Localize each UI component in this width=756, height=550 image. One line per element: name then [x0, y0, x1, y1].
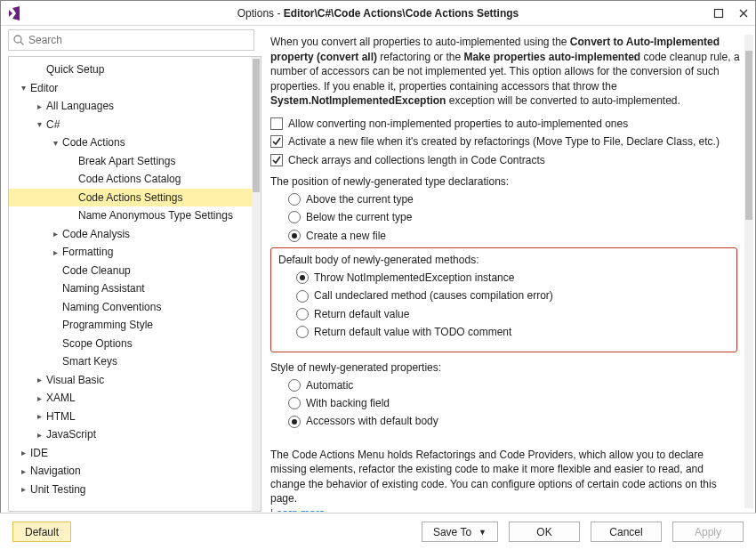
tree-item[interactable]: Code Cleanup	[9, 262, 252, 280]
tree-item[interactable]: ▸Code Analysis	[9, 225, 252, 244]
checkbox[interactable]	[270, 135, 283, 148]
group-label-typedecl: The position of newly-generated type dec…	[270, 175, 741, 188]
tree-item-label: Code Actions	[62, 136, 125, 149]
chevron-down-icon[interactable]: ▾	[18, 83, 28, 93]
save-to-button[interactable]: Save To▼	[422, 522, 498, 542]
tree-item[interactable]: ▾Code Actions	[9, 133, 252, 152]
tree-item-label: Navigation	[30, 465, 81, 477]
footer: Default Save To▼ OK Cancel Apply	[0, 513, 756, 550]
radio-label: Automatic	[306, 379, 353, 392]
tree-item[interactable]: ▾C#	[9, 116, 252, 134]
radio-label: Return default value with TODO comment	[314, 326, 511, 338]
tree-item-label: Code Cleanup	[62, 264, 131, 277]
restore-button[interactable]	[712, 7, 725, 20]
tree-item-label: IDE	[30, 447, 48, 459]
default-button[interactable]: Default	[12, 522, 71, 542]
checkbox[interactable]	[270, 117, 283, 130]
radio-row[interactable]: With backing field	[288, 397, 741, 409]
checkbox-label: Check arrays and collections length in C…	[288, 154, 545, 166]
tree-item[interactable]: ▸Visual Basic	[9, 371, 252, 390]
svg-line-2	[20, 42, 24, 45]
tree-item[interactable]: Smart Keys	[9, 352, 252, 371]
tree-item[interactable]: ▸All Languages	[9, 97, 252, 116]
tree-item-label: Smart Keys	[62, 355, 117, 368]
radio-row[interactable]: Accessors with default body	[288, 415, 741, 427]
tree-item[interactable]: Name Anonymous Type Settings	[9, 206, 252, 225]
radio-row[interactable]: Return default value	[296, 308, 729, 320]
tree-item[interactable]: Quick Setup	[9, 61, 252, 79]
chevron-right-icon[interactable]: ▸	[50, 229, 60, 239]
tree-item[interactable]: ▸Navigation	[9, 462, 252, 481]
tree-item[interactable]: ▸XAML	[9, 389, 252, 408]
tree-item-label: Programming Style	[62, 319, 153, 331]
chevron-right-icon[interactable]: ▸	[18, 484, 28, 494]
radio-label: Below the current type	[306, 211, 412, 223]
chevron-down-icon[interactable]: ▾	[50, 138, 60, 148]
tree-item-label: Visual Basic	[46, 374, 104, 386]
radio-button[interactable]	[288, 379, 301, 392]
chevron-right-icon[interactable]: ▸	[18, 466, 28, 476]
tree-item[interactable]: ▸Formatting	[9, 243, 252, 262]
search-input[interactable]	[28, 34, 253, 46]
tree-item[interactable]: ▾Editor	[9, 79, 252, 98]
checkbox-row[interactable]: Activate a new file when it's created by…	[270, 135, 741, 148]
radio-button[interactable]	[288, 416, 301, 428]
radio-button[interactable]	[296, 271, 309, 284]
tree-item[interactable]: Naming Conventions	[9, 298, 252, 317]
radio-button[interactable]	[288, 397, 301, 409]
radio-label: Create a new file	[306, 230, 386, 242]
tree-item[interactable]: ▸JavaScript	[9, 425, 252, 444]
chevron-right-icon[interactable]: ▸	[34, 101, 44, 111]
chevron-right-icon[interactable]: ▸	[18, 448, 28, 457]
chevron-right-icon[interactable]: ▸	[50, 247, 60, 257]
tree-item[interactable]: ▸Unit Testing	[9, 481, 252, 499]
learn-more-link[interactable]: Learn more	[270, 507, 325, 512]
svg-point-1	[14, 36, 21, 43]
tree-item[interactable]: Code Actions Catalog	[9, 170, 252, 189]
chevron-down-icon: ▼	[479, 528, 487, 537]
radio-row[interactable]: Below the current type	[288, 211, 741, 223]
radio-row[interactable]: Call undeclared method (causes compilati…	[296, 289, 729, 302]
chevron-right-icon[interactable]: ▸	[34, 375, 44, 384]
checkbox-row[interactable]: Allow converting non-implemented propert…	[270, 117, 741, 130]
cancel-button[interactable]: Cancel	[591, 522, 662, 542]
radio-button[interactable]	[288, 230, 301, 242]
ok-button[interactable]: OK	[509, 522, 580, 542]
tree-item-label: Unit Testing	[30, 483, 85, 496]
panel-scroll-thumb[interactable]	[745, 51, 752, 220]
checkbox-row[interactable]: Check arrays and collections length in C…	[270, 154, 741, 166]
radio-row[interactable]: Create a new file	[288, 230, 741, 242]
chevron-right-icon[interactable]: ▸	[34, 411, 44, 421]
radio-row[interactable]: Throw NotImplementedException instance	[296, 271, 729, 284]
nav-tree[interactable]: Quick Setup▾Editor▸All Languages▾C#▾Code…	[9, 57, 252, 511]
tree-item[interactable]: Break Apart Settings	[9, 152, 252, 171]
tree-item[interactable]: Naming Assistant	[9, 279, 252, 298]
apply-button[interactable]: Apply	[672, 522, 744, 542]
tree-scroll-thumb[interactable]	[253, 59, 260, 192]
radio-row[interactable]: Return default value with TODO comment	[296, 326, 729, 338]
close-button[interactable]	[737, 7, 750, 20]
radio-row[interactable]: Automatic	[288, 379, 741, 392]
tree-scrollbar[interactable]	[252, 57, 261, 511]
radio-button[interactable]	[288, 193, 301, 206]
tree-item[interactable]: ▸IDE	[9, 444, 252, 463]
radio-button[interactable]	[288, 211, 301, 223]
radio-button[interactable]	[296, 290, 309, 303]
tree-item[interactable]: Scope Options	[9, 335, 252, 353]
tree-item[interactable]: ▸HTML	[9, 408, 252, 426]
tree-item[interactable]: Programming Style	[9, 316, 252, 335]
checkbox[interactable]	[270, 154, 283, 166]
tree-item-label: Code Analysis	[62, 228, 130, 240]
radio-label: Above the current type	[306, 193, 414, 206]
radio-row[interactable]: Above the current type	[288, 193, 741, 206]
radio-button[interactable]	[296, 326, 309, 338]
radio-button[interactable]	[296, 308, 309, 320]
chevron-right-icon[interactable]: ▸	[34, 430, 44, 440]
tree-item[interactable]: Code Actions Settings	[9, 189, 252, 207]
search-input-wrap[interactable]	[8, 29, 254, 51]
chevron-down-icon[interactable]: ▾	[34, 119, 44, 129]
chevron-right-icon[interactable]: ▸	[34, 393, 44, 403]
panel-scrollbar[interactable]	[744, 35, 753, 508]
tree-item-label: Naming Conventions	[62, 301, 161, 313]
tree-item-label: Code Actions Settings	[78, 191, 182, 204]
